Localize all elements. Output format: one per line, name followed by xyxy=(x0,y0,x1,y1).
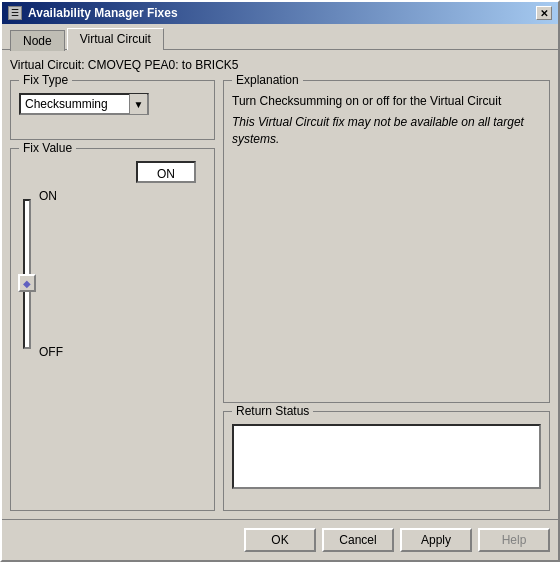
fix-type-label: Fix Type xyxy=(19,73,72,87)
close-button[interactable]: ✕ xyxy=(536,6,552,20)
fix-value-display: ON xyxy=(136,161,196,183)
fix-value-group: Fix Value ON xyxy=(10,148,215,511)
window-title: Availability Manager Fixes xyxy=(28,6,178,20)
cancel-button[interactable]: Cancel xyxy=(322,528,394,552)
bottom-bar: OK Cancel Apply Help xyxy=(2,519,558,560)
right-panel: Explanation Turn Checksumming on or off … xyxy=(223,80,550,511)
window-icon: ☰ xyxy=(8,6,22,20)
slider-track-container xyxy=(23,189,31,359)
slider-thumb[interactable] xyxy=(18,274,36,292)
tabs-bar: Node Virtual Circuit xyxy=(2,24,558,49)
slider-labels: ON OFF xyxy=(39,189,63,359)
return-status-field xyxy=(232,424,541,489)
slider-off-label: OFF xyxy=(39,345,63,359)
title-bar: ☰ Availability Manager Fixes ✕ xyxy=(2,2,558,24)
slider-on-label: ON xyxy=(39,189,57,203)
explanation-text: Turn Checksumming on or off for the Virt… xyxy=(232,93,541,110)
content-area: Virtual Circuit: CMOVEQ PEA0: to BRICK5 … xyxy=(2,49,558,519)
dropdown-arrow-icon: ▼ xyxy=(129,94,147,114)
tab-virtual-circuit[interactable]: Virtual Circuit xyxy=(67,28,164,50)
slider-area: ON OFF xyxy=(19,189,206,359)
fix-type-group: Fix Type Checksumming ▼ xyxy=(10,80,215,140)
explanation-italic-text: This Virtual Circuit fix may not be avai… xyxy=(232,114,541,148)
main-window: ☰ Availability Manager Fixes ✕ Node Virt… xyxy=(0,0,560,562)
explanation-group: Explanation Turn Checksumming on or off … xyxy=(223,80,550,403)
apply-button[interactable]: Apply xyxy=(400,528,472,552)
return-status-group: Return Status xyxy=(223,411,550,511)
slider-track[interactable] xyxy=(23,199,31,349)
ok-button[interactable]: OK xyxy=(244,528,316,552)
explanation-label: Explanation xyxy=(232,73,303,87)
return-status-label: Return Status xyxy=(232,404,313,418)
fix-type-selected: Checksumming xyxy=(21,97,129,111)
help-button[interactable]: Help xyxy=(478,528,550,552)
tab-node[interactable]: Node xyxy=(10,30,65,51)
fix-value-label: Fix Value xyxy=(19,141,76,155)
virtual-circuit-label: Virtual Circuit: CMOVEQ PEA0: to BRICK5 xyxy=(10,58,550,72)
fix-type-dropdown[interactable]: Checksumming ▼ xyxy=(19,93,149,115)
left-panel: Fix Type Checksumming ▼ Fix Value ON xyxy=(10,80,215,511)
